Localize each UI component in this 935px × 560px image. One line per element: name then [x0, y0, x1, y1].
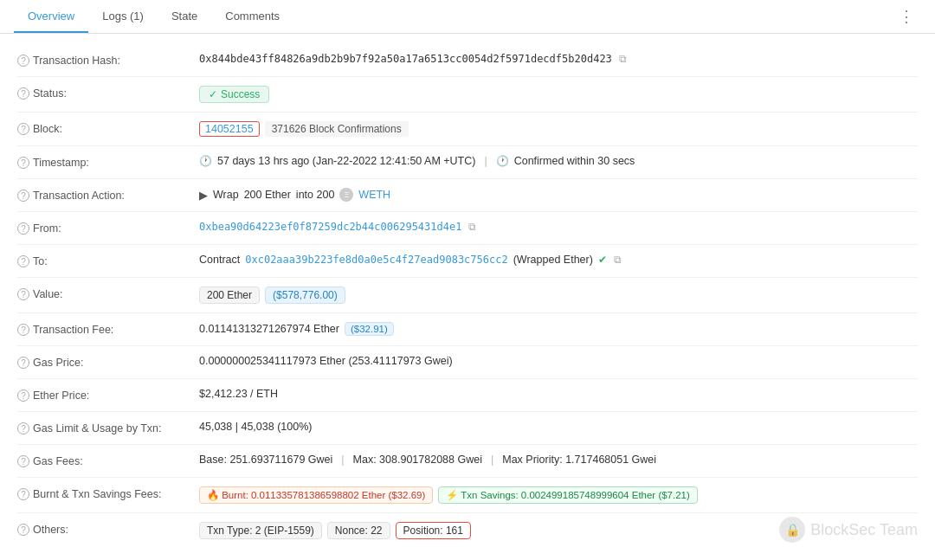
from-label: ? From: [17, 221, 199, 235]
burnt-fees-label: ? Burnt & Txn Savings Fees: [17, 486, 199, 500]
block-confirmations: 371626 Block Confirmations [265, 121, 409, 137]
info-icon-value: ? [17, 288, 29, 300]
status-badge: Success [199, 86, 269, 103]
info-icon-gaslimit: ? [17, 422, 29, 434]
txn-savings-badge: ⚡ Txn Savings: 0.002499185748999604 Ethe… [438, 486, 698, 504]
copy-txhash-button[interactable]: ⧉ [619, 53, 627, 65]
fee-usd-badge: ($32.91) [345, 322, 394, 336]
gas-fees-value: Base: 251.693711679 Gwei | Max: 308.9017… [199, 454, 918, 466]
info-icon-status: ? [17, 87, 29, 100]
more-options-button[interactable]: ⋮ [892, 0, 921, 33]
from-row: ? From: 0xbea90d64223ef0f87259dc2b44c006… [17, 212, 918, 245]
info-icon-others: ? [17, 524, 29, 536]
info-icon-burnt: ? [17, 488, 29, 500]
value-value: 200 Ether ($578,776.00) [199, 286, 918, 304]
block-label: ? Block: [17, 121, 199, 135]
others-label: ? Others: [17, 522, 199, 536]
gas-price-label: ? Gas Price: [17, 355, 199, 369]
info-icon-to: ? [17, 255, 29, 267]
ether-value-badge: 200 Ether [199, 286, 260, 304]
transaction-hash-row: ? Transaction Hash: 0x844bde43ff84826a9d… [17, 44, 918, 77]
tab-bar: Overview Logs (1) State Comments ⋮ [0, 0, 935, 34]
status-value: Success [199, 86, 918, 103]
to-label: ? To: [17, 254, 199, 267]
transaction-action-row: ? Transaction Action: ▶ Wrap 200 Ether i… [17, 179, 918, 212]
ether-price-row: ? Ether Price: $2,412.23 / ETH [17, 379, 918, 412]
confirmed-icon: 🕐 [496, 155, 509, 167]
timestamp-label: ? Timestamp: [17, 155, 199, 169]
block-row: ? Block: 14052155 371626 Block Confirmat… [17, 113, 918, 146]
txn-type-badge: Txn Type: 2 (EIP-1559) [199, 522, 322, 539]
action-arrow-icon: ▶ [199, 189, 208, 202]
gas-limit-value: 45,038 | 45,038 (100%) [199, 421, 918, 433]
copy-from-button[interactable]: ⧉ [468, 221, 476, 233]
ether-price-value: $2,412.23 / ETH [199, 388, 918, 400]
watermark: 🔒 BlockSec Team [779, 517, 918, 543]
ether-price-label: ? Ether Price: [17, 388, 199, 402]
block-number-link[interactable]: 14052155 [199, 121, 260, 137]
value-row: ? Value: 200 Ether ($578,776.00) [17, 278, 918, 313]
transaction-fee-label: ? Transaction Fee: [17, 322, 199, 336]
gas-price-row: ? Gas Price: 0.000000025341117973 Ether … [17, 346, 918, 379]
value-label: ? Value: [17, 286, 199, 300]
nonce-badge: Nonce: 22 [327, 522, 390, 539]
tab-comments[interactable]: Comments [211, 1, 293, 33]
gas-price-value: 0.000000025341117973 Ether (253.41117973… [199, 355, 918, 367]
to-row: ? To: Contract 0xc02aaa39b223fe8d0a0e5c4… [17, 245, 918, 278]
from-address-link[interactable]: 0xbea90d64223ef0f87259dc2b44c006295431d4… [199, 221, 461, 233]
usd-value-badge: ($578,776.00) [265, 286, 345, 304]
info-icon-block: ? [17, 123, 29, 135]
transaction-fee-row: ? Transaction Fee: 0.01141313271267974 E… [17, 313, 918, 346]
main-content: ? Transaction Hash: 0x844bde43ff84826a9d… [0, 34, 935, 558]
gas-limit-row: ? Gas Limit & Usage by Txn: 45,038 | 45,… [17, 412, 918, 445]
to-value: Contract 0xc02aaa39b223fe8d0a0e5c4f27ead… [199, 254, 918, 266]
verified-icon: ✔ [598, 254, 607, 266]
position-badge: Position: 161 [396, 522, 471, 539]
burnt-badge: 🔥 Burnt: 0.011335781386598802 Ether ($32… [199, 486, 433, 504]
transaction-fee-value: 0.01141313271267974 Ether ($32.91) [199, 322, 918, 336]
weth-link[interactable]: WETH [358, 189, 390, 201]
transaction-hash-value: 0x844bde43ff84826a9db2b9b7f92a50a17a6513… [199, 53, 918, 65]
timestamp-value: 🕐 57 days 13 hrs ago (Jan-22-2022 12:41:… [199, 155, 918, 167]
info-icon-gasprice: ? [17, 357, 29, 369]
status-row: ? Status: Success [17, 77, 918, 113]
from-value: 0xbea90d64223ef0f87259dc2b44c006295431d4… [199, 221, 918, 233]
clock-icon: 🕐 [199, 155, 212, 167]
gas-fees-row: ? Gas Fees: Base: 251.693711679 Gwei | M… [17, 445, 918, 478]
gas-fees-label: ? Gas Fees: [17, 454, 199, 467]
copy-to-button[interactable]: ⧉ [614, 254, 622, 266]
status-label: ? Status: [17, 86, 199, 100]
block-value: 14052155 371626 Block Confirmations [199, 121, 918, 137]
to-address-link[interactable]: 0xc02aaa39b223fe8d0a0e5c4f27ead9083c756c… [245, 254, 507, 266]
transaction-action-value: ▶ Wrap 200 Ether into 200 Ξ WETH [199, 188, 918, 202]
info-icon-timestamp: ? [17, 157, 29, 169]
burnt-fees-value: 🔥 Burnt: 0.011335781386598802 Ether ($32… [199, 486, 918, 504]
info-icon-etherprice: ? [17, 389, 29, 402]
transaction-action-label: ? Transaction Action: [17, 188, 199, 202]
info-icon-from: ? [17, 222, 29, 235]
watermark-icon: 🔒 [779, 517, 805, 543]
tab-overview[interactable]: Overview [14, 1, 88, 33]
weth-logo-icon: Ξ [339, 188, 353, 202]
info-icon-action: ? [17, 190, 29, 202]
info-icon-txhash: ? [17, 55, 29, 67]
tab-logs[interactable]: Logs (1) [88, 1, 158, 33]
gas-limit-label: ? Gas Limit & Usage by Txn: [17, 421, 199, 434]
timestamp-row: ? Timestamp: 🕐 57 days 13 hrs ago (Jan-2… [17, 146, 918, 179]
burnt-fees-row: ? Burnt & Txn Savings Fees: 🔥 Burnt: 0.0… [17, 478, 918, 513]
info-icon-fee: ? [17, 324, 29, 336]
tab-state[interactable]: State [158, 1, 211, 33]
info-icon-gasfees: ? [17, 455, 29, 467]
transaction-hash-label: ? Transaction Hash: [17, 53, 199, 67]
